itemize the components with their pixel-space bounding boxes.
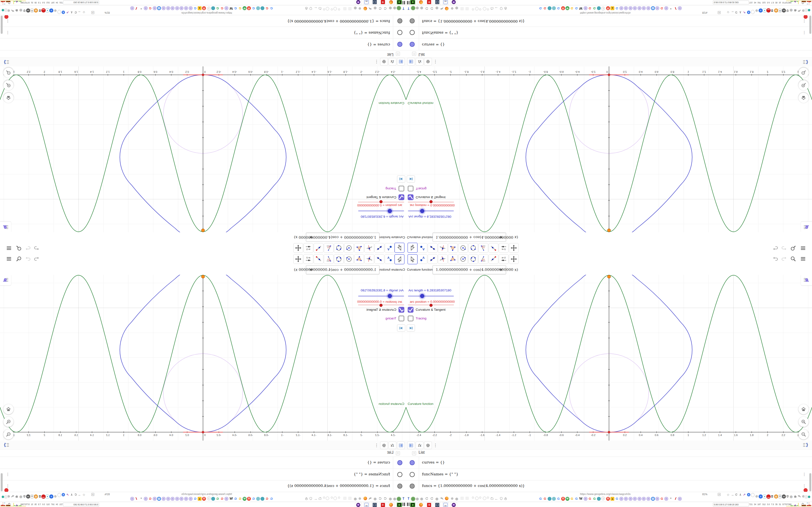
fx-icon[interactable]: fx bbox=[416, 58, 423, 65]
bookmark-favicon[interactable] bbox=[162, 6, 166, 10]
tool-perpendicular-line[interactable] bbox=[438, 243, 448, 253]
taskbar-app-terminal[interactable] bbox=[409, 502, 416, 507]
bookmark-favicon[interactable]: G bbox=[570, 6, 574, 10]
tool-slider[interactable] bbox=[304, 254, 313, 264]
back-icon[interactable]: ← bbox=[495, 497, 498, 501]
redoarc-icon[interactable] bbox=[425, 6, 429, 10]
palesq-icon[interactable] bbox=[343, 7, 347, 10]
abox-icon[interactable]: A bbox=[718, 493, 721, 496]
bookmark-favicon[interactable]: G bbox=[588, 6, 592, 10]
star-icon[interactable]: ☆ bbox=[727, 493, 729, 497]
list-collapse-button[interactable]: − bbox=[396, 52, 400, 56]
visibility-marble-curves[interactable] bbox=[410, 460, 415, 465]
zoom-in-button[interactable] bbox=[799, 80, 809, 90]
bookmark-favicon[interactable]: W bbox=[242, 6, 247, 10]
search-icon[interactable] bbox=[16, 245, 22, 251]
bookmark-favicon[interactable]: G bbox=[234, 6, 238, 10]
split-view-icon[interactable] bbox=[407, 58, 415, 65]
play-step-button[interactable] bbox=[407, 175, 415, 182]
bookmark-favicon[interactable] bbox=[166, 6, 170, 10]
bookmark-favicon[interactable]: G bbox=[234, 497, 238, 501]
gear-icon[interactable] bbox=[358, 6, 362, 10]
kebab-icon[interactable]: ⋮ bbox=[374, 59, 379, 64]
arc-length-slider[interactable] bbox=[358, 295, 404, 297]
zoom-in-button[interactable] bbox=[799, 417, 809, 427]
algebra-style-icon[interactable] bbox=[802, 441, 809, 450]
taskbar-app-red-gear[interactable] bbox=[426, 0, 433, 5]
split-view-icon[interactable] bbox=[397, 58, 405, 65]
bookmark-favicon[interactable] bbox=[583, 497, 588, 501]
tool-move-graphics-view[interactable] bbox=[509, 254, 519, 264]
dot-icon[interactable] bbox=[331, 497, 333, 499]
bookmark-favicon[interactable] bbox=[678, 6, 682, 10]
arc-position-slider-knob[interactable] bbox=[429, 200, 433, 203]
wrench-icon[interactable] bbox=[798, 9, 801, 12]
bookmark-favicon[interactable] bbox=[189, 497, 193, 501]
globe-icon[interactable]: ⊕ bbox=[455, 6, 458, 10]
algebra-row-funcNames[interactable]: funcNames = {" "} bbox=[422, 472, 458, 476]
bookmark-favicon[interactable] bbox=[547, 6, 552, 10]
tool-slider[interactable] bbox=[499, 243, 508, 253]
taskbar-app-purple-cat[interactable] bbox=[451, 502, 457, 507]
menu-icon[interactable] bbox=[6, 256, 12, 262]
bookmark-favicon[interactable]: G bbox=[539, 6, 543, 10]
bookmark-favicon[interactable] bbox=[180, 497, 184, 501]
bookmark-favicon[interactable]: G bbox=[148, 497, 152, 501]
graphics-stylebar-button[interactable] bbox=[801, 275, 812, 285]
dot-icon[interactable] bbox=[479, 8, 481, 10]
visibility-marble-funcs[interactable] bbox=[397, 484, 402, 489]
arc-length-slider[interactable] bbox=[408, 295, 454, 297]
uo-icon[interactable]: UO bbox=[26, 495, 30, 499]
visibility-marble-funcs[interactable] bbox=[410, 18, 415, 23]
bookmark-favicon[interactable] bbox=[637, 6, 642, 10]
tool-point-on-object[interactable] bbox=[314, 254, 323, 264]
star-icon[interactable]: ☆ bbox=[83, 493, 85, 497]
bookmark-favicon[interactable] bbox=[646, 497, 650, 501]
bookmark-favicon[interactable]: * bbox=[669, 497, 673, 501]
bookmark-favicon[interactable]: f bbox=[135, 497, 139, 501]
graphics-stylebar-button[interactable] bbox=[0, 275, 11, 285]
row-menu-icon[interactable]: ⋮ bbox=[6, 19, 10, 23]
bookmark-favicon[interactable]: Я bbox=[247, 497, 251, 501]
kebab-icon[interactable]: ⋮ bbox=[433, 59, 438, 64]
bookmark-favicon[interactable] bbox=[619, 6, 623, 10]
tool-line-through-two-points[interactable] bbox=[428, 254, 438, 264]
bookmark-favicon[interactable]: f bbox=[673, 497, 677, 501]
translate-icon[interactable]: A bbox=[747, 493, 750, 496]
curvature-function-dropdown[interactable]: 1.000000000000 + cos(4.000000000000 x) bbox=[433, 233, 506, 242]
zoom-out-button[interactable] bbox=[3, 429, 13, 439]
bookmark-favicon[interactable]: f bbox=[135, 6, 139, 10]
bookmark-favicon[interactable]: Я bbox=[202, 6, 206, 10]
dot-icon[interactable] bbox=[472, 8, 474, 10]
wrench-icon[interactable] bbox=[11, 9, 14, 12]
bookmark-favicon[interactable] bbox=[256, 6, 260, 10]
algebra-row-curves[interactable]: curves = {} bbox=[367, 460, 390, 464]
bookmark-favicon[interactable] bbox=[152, 6, 157, 10]
bookmark-favicon[interactable]: G bbox=[574, 497, 578, 501]
star-icon[interactable]: ☆ bbox=[83, 10, 85, 14]
bookmark-favicon[interactable] bbox=[166, 497, 170, 501]
dot-icon[interactable] bbox=[323, 497, 325, 499]
bookmark-favicon[interactable] bbox=[260, 6, 265, 10]
curvature-function-dropdown[interactable]: 1.000000000000 + cos(4.000000000000 x) bbox=[306, 265, 379, 274]
shield-icon[interactable] bbox=[309, 6, 313, 10]
bookmark-favicon[interactable] bbox=[184, 497, 188, 501]
settings-gear-icon[interactable] bbox=[424, 58, 432, 65]
pin-icon[interactable] bbox=[401, 6, 406, 10]
tealdown-icon[interactable]: ▼ bbox=[45, 495, 50, 499]
download-icon[interactable] bbox=[739, 11, 742, 14]
tool-point[interactable] bbox=[418, 243, 427, 253]
plus-icon[interactable]: + bbox=[49, 8, 53, 12]
folder-icon[interactable] bbox=[318, 6, 322, 10]
taskbar-app-terminal[interactable] bbox=[409, 0, 416, 5]
bookmark-favicon[interactable] bbox=[256, 497, 260, 501]
split-view-icon[interactable] bbox=[397, 442, 405, 449]
bookmark-favicon[interactable] bbox=[624, 497, 628, 501]
circ-icon[interactable] bbox=[326, 497, 329, 500]
gear-icon[interactable] bbox=[450, 6, 454, 10]
globe-icon[interactable]: ⊕ bbox=[790, 495, 793, 499]
list-collapse-button[interactable]: − bbox=[396, 451, 400, 455]
tool-point[interactable] bbox=[385, 254, 394, 264]
bookmark-favicon[interactable] bbox=[651, 6, 655, 10]
folder-icon[interactable] bbox=[318, 497, 322, 501]
